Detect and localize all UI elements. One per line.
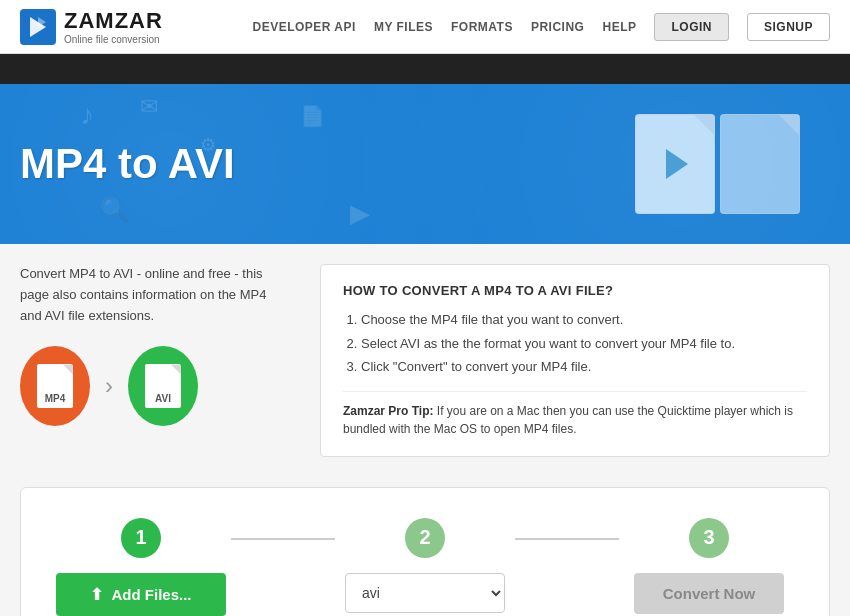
mp4-file-shape: MP4 [37, 364, 73, 408]
step-3: 3 Convert Now (And agree to our Terms ) … [619, 518, 799, 617]
add-files-button[interactable]: ⬆ Add Files... [56, 573, 226, 616]
hero-file-icon-1 [635, 114, 715, 214]
header: ZAMZAR Online file conversion DEVELOPER … [0, 0, 850, 54]
step-2: 2 avi mp4 mov mkv wmv Or choose a differ… [335, 518, 515, 617]
steps-row: 1 ⬆ Add Files... Drag & drop files, or o… [51, 518, 799, 617]
step-2-number: 2 [405, 518, 445, 558]
nav-right: DEVELOPER API MY FILES FORMATS PRICING H… [252, 13, 830, 41]
add-files-label: Add Files... [111, 586, 191, 603]
nav-formats[interactable]: FORMATS [451, 20, 513, 34]
left-panel: Convert MP4 to AVI - online and free - t… [20, 264, 290, 457]
step-1-number: 1 [121, 518, 161, 558]
nav-help[interactable]: HELP [602, 20, 636, 34]
pro-tip: Zamzar Pro Tip: If you are on a Mac then… [343, 391, 807, 438]
nav-developer-api[interactable]: DEVELOPER API [252, 20, 355, 34]
avi-label: AVI [155, 393, 171, 404]
hero-banner: ♪ ✉ ⚙ 🔍 📄 ▶ MP4 to AVI [0, 84, 850, 244]
hero-title: MP4 to AVI [20, 140, 235, 188]
howto-step-2: Select AVI as the the format you want to… [361, 334, 807, 354]
howto-title: HOW TO CONVERT A MP4 TO A AVI FILE? [343, 283, 807, 298]
file-fold-2 [779, 115, 799, 135]
logo-name: ZAMZAR [64, 8, 163, 34]
format-arrow: › [105, 372, 113, 400]
howto-step-1: Choose the MP4 file that you want to con… [361, 310, 807, 330]
pro-tip-label: Zamzar Pro Tip: [343, 404, 433, 418]
signup-button[interactable]: SIGNUP [747, 13, 830, 41]
logo-icon [20, 9, 56, 45]
format-select-wrap: avi mp4 mov mkv wmv Or choose a differen… [345, 573, 505, 617]
avi-file-shape: AVI [145, 364, 181, 408]
logo-area: ZAMZAR Online file conversion [20, 8, 163, 45]
black-bar [0, 54, 850, 84]
format-select[interactable]: avi mp4 mov mkv wmv [345, 573, 505, 613]
right-panel: HOW TO CONVERT A MP4 TO A AVI FILE? Choo… [320, 264, 830, 457]
format-icons: MP4 › AVI [20, 346, 290, 426]
step-1: 1 ⬆ Add Files... Drag & drop files, or o… [51, 518, 231, 617]
convert-now-button[interactable]: Convert Now [634, 573, 784, 614]
main-content: Convert MP4 to AVI - online and free - t… [0, 244, 850, 477]
play-icon [666, 149, 688, 179]
nav-my-files[interactable]: MY FILES [374, 20, 433, 34]
howto-step-3: Click "Convert" to convert your MP4 file… [361, 357, 807, 377]
howto-steps: Choose the MP4 file that you want to con… [343, 310, 807, 377]
nav-pricing[interactable]: PRICING [531, 20, 585, 34]
login-button[interactable]: LOGIN [654, 13, 729, 41]
avi-icon: AVI [128, 346, 198, 426]
description-text: Convert MP4 to AVI - online and free - t… [20, 264, 290, 326]
step-connector-1 [231, 538, 335, 540]
mp4-icon: MP4 [20, 346, 90, 426]
upload-icon: ⬆ [90, 585, 103, 604]
file-fold [694, 115, 714, 135]
mp4-label: MP4 [45, 393, 66, 404]
logo-sub: Online file conversion [64, 34, 163, 45]
step-3-number: 3 [689, 518, 729, 558]
converter-section: 1 ⬆ Add Files... Drag & drop files, or o… [0, 477, 850, 617]
logo-text: ZAMZAR Online file conversion [64, 8, 163, 45]
step-connector-2 [515, 538, 619, 540]
hero-file-icon-2 [720, 114, 800, 214]
converter-box: 1 ⬆ Add Files... Drag & drop files, or o… [20, 487, 830, 617]
howto-box: HOW TO CONVERT A MP4 TO A AVI FILE? Choo… [320, 264, 830, 457]
